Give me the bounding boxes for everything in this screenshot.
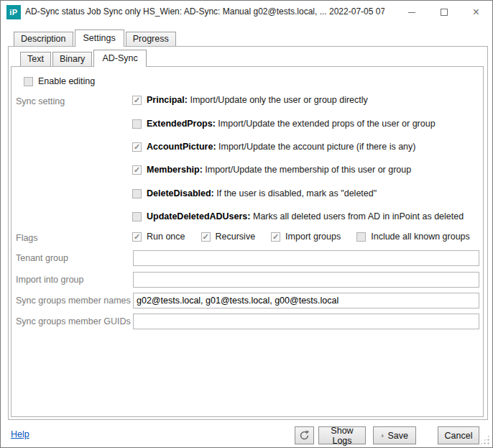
- tab-progress[interactable]: Progress: [126, 32, 176, 46]
- sync-option-principal[interactable]: Principal: Import/Update only the user o…: [132, 95, 368, 105]
- tenant-group-input[interactable]: [133, 250, 479, 266]
- checkbox-icon[interactable]: [132, 142, 142, 152]
- option-name: DeleteDisabled:: [147, 188, 214, 198]
- flag-recursive[interactable]: Recursive: [201, 232, 256, 242]
- option-description: If the user is disabled, mark as "delete…: [216, 188, 377, 198]
- checkbox-icon[interactable]: [201, 232, 211, 242]
- flag-label: Import groups: [285, 232, 341, 242]
- import-into-group-input[interactable]: [133, 272, 479, 288]
- tab-binary[interactable]: Binary: [52, 52, 92, 66]
- help-link[interactable]: Help: [11, 429, 29, 439]
- option-description: Import/Update the extended props of the …: [218, 119, 435, 129]
- checkbox-icon[interactable]: [356, 232, 366, 242]
- save-button[interactable]: Save: [373, 426, 416, 444]
- flag-include-all-known-groups[interactable]: Include all known groups: [356, 232, 470, 242]
- minimize-button[interactable]: [395, 1, 428, 24]
- option-description: Import/Update the membership of this use…: [205, 165, 411, 175]
- close-icon: ×: [473, 6, 479, 18]
- save-label: Save: [388, 431, 409, 441]
- app-logo-icon: iP: [6, 5, 21, 19]
- refresh-button[interactable]: [295, 426, 314, 444]
- checkbox-icon[interactable]: [132, 119, 142, 129]
- checkbox-icon[interactable]: [132, 165, 142, 175]
- minimize-icon: [408, 12, 415, 13]
- option-name: UpdateDeletedADUsers:: [147, 211, 250, 221]
- flag-run-once[interactable]: Run once: [132, 232, 185, 242]
- sync-option-deletedisabled[interactable]: DeleteDisabled: If the user is disabled,…: [132, 188, 377, 198]
- cancel-button[interactable]: Cancel: [438, 426, 479, 444]
- flag-label: Run once: [147, 232, 185, 242]
- checkbox-icon[interactable]: [271, 232, 280, 242]
- tab-label: Binary: [60, 54, 85, 64]
- option-name: Membership:: [147, 165, 203, 175]
- tab-label: Progress: [133, 34, 169, 44]
- checkbox-icon[interactable]: [132, 96, 142, 105]
- tenant-group-label: Tenant group: [16, 253, 68, 263]
- sync-option-membership[interactable]: Membership: Import/Update the membership…: [132, 165, 411, 175]
- title-bar[interactable]: iP AD-Sync status Job Sync only HS_Wien:…: [1, 1, 492, 24]
- maximize-button[interactable]: [428, 1, 460, 24]
- sync-setting-label: Sync setting: [16, 96, 65, 106]
- save-download-icon: [381, 431, 384, 440]
- resize-grip[interactable]: [479, 434, 490, 445]
- option-name: AccountPicture:: [147, 142, 216, 152]
- tab-label: Settings: [83, 33, 116, 43]
- enable-editing-label: Enable editing: [38, 76, 95, 86]
- tab-text[interactable]: Text: [20, 52, 51, 66]
- footer-bar: Help Show Logs Save Cancel: [1, 420, 492, 447]
- enable-editing-checkbox[interactable]: Enable editing: [24, 76, 95, 86]
- checkbox-icon[interactable]: [132, 232, 142, 242]
- maximize-icon: [441, 9, 448, 16]
- sync-groups-member-names-input[interactable]: [133, 293, 479, 308]
- checkbox-icon[interactable]: [132, 189, 142, 198]
- dialog-window: iP AD-Sync status Job Sync only HS_Wien:…: [0, 0, 493, 448]
- close-button[interactable]: ×: [460, 1, 492, 24]
- show-logs-button[interactable]: Show Logs: [318, 426, 366, 444]
- show-logs-label: Show Logs: [326, 426, 358, 446]
- sync-option-updatedeletedadusers[interactable]: UpdateDeletedADUsers: Marks all deleted …: [132, 211, 464, 221]
- tab-label: Description: [21, 34, 66, 44]
- option-description: Marks all deleted users from AD in inPoi…: [253, 211, 464, 221]
- option-name: ExtendedProps:: [147, 119, 216, 129]
- cancel-label: Cancel: [445, 431, 473, 441]
- sync-groups-member-guids-label: Sync groups member GUIDs: [16, 316, 131, 326]
- checkbox-icon[interactable]: [132, 212, 142, 221]
- tab-ad-sync[interactable]: AD-Sync: [93, 50, 146, 67]
- sync-option-accountpicture[interactable]: AccountPicture: Import/Update the accoun…: [132, 142, 415, 152]
- sync-option-extendedprops[interactable]: ExtendedProps: Import/Update the extende…: [132, 119, 436, 129]
- flag-label: Recursive: [216, 232, 256, 242]
- flags-group: Run once Recursive Import groups Include…: [132, 232, 470, 242]
- refresh-icon: [299, 430, 310, 441]
- option-description: Import/Update the account picture (if th…: [218, 142, 415, 152]
- tab-settings[interactable]: Settings: [75, 29, 124, 47]
- sync-groups-member-names-label: Sync groups member names: [16, 296, 131, 306]
- checkbox-icon[interactable]: [24, 77, 33, 86]
- tab-label: Text: [27, 54, 44, 64]
- option-name: Principal:: [147, 95, 188, 105]
- option-description: Import/Update only the user or group dir…: [190, 95, 367, 105]
- flag-import-groups[interactable]: Import groups: [271, 232, 341, 242]
- sub-tab-bar: Text Binary AD-Sync: [20, 50, 148, 67]
- flags-label: Flags: [16, 233, 38, 243]
- flag-label: Include all known groups: [371, 232, 470, 242]
- window-title: AD-Sync status Job Sync only HS_Wien: AD…: [25, 6, 384, 17]
- sync-groups-member-guids-input[interactable]: [133, 314, 479, 329]
- tab-label: AD-Sync: [102, 53, 137, 63]
- main-tab-bar: Description Settings Progress: [14, 29, 178, 47]
- import-into-group-label: Import into group: [16, 275, 84, 285]
- tab-description[interactable]: Description: [14, 32, 73, 46]
